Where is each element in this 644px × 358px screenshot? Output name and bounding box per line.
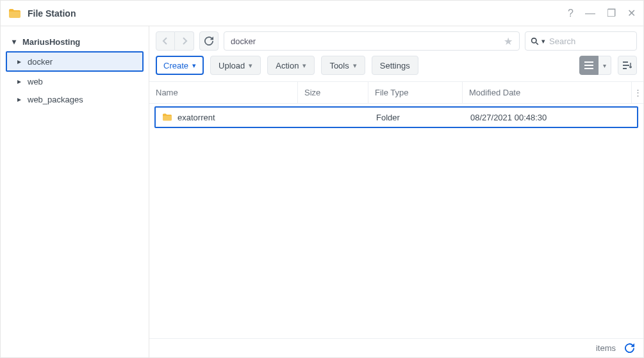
status-refresh-icon[interactable] xyxy=(625,343,634,353)
sidebar-item-label: docker xyxy=(28,57,53,67)
statusbar: items xyxy=(149,338,643,357)
folder-icon xyxy=(162,113,172,122)
column-date[interactable]: Modified Date xyxy=(463,82,632,103)
search-box[interactable]: ▾ xyxy=(525,31,637,51)
path-input[interactable]: docker ★ xyxy=(224,31,520,51)
cell-type: Folder xyxy=(370,113,464,122)
sidebar-item-label: web xyxy=(28,77,43,86)
refresh-button[interactable] xyxy=(199,31,219,51)
pathbar: docker ★ ▾ xyxy=(149,26,643,56)
create-label: Create xyxy=(163,61,188,70)
view-list-button[interactable] xyxy=(579,56,599,75)
caret-down-icon: ▾ xyxy=(249,61,252,70)
caret-down-icon: ▾ xyxy=(192,61,196,70)
sidebar-item-docker[interactable]: ▸ docker xyxy=(7,53,142,70)
nav-back-button[interactable] xyxy=(156,31,175,51)
expander-right-icon[interactable]: ▸ xyxy=(17,77,24,86)
upload-button[interactable]: Upload ▾ xyxy=(210,56,261,75)
search-icon xyxy=(531,37,539,45)
status-items-label: items xyxy=(596,343,616,353)
maximize-icon[interactable]: ❐ xyxy=(607,8,616,19)
sidebar-item-label: web_packages xyxy=(28,95,83,104)
cell-date: 08/27/2021 00:48:30 xyxy=(464,113,637,122)
sidebar-item-web-packages[interactable]: ▸ web_packages xyxy=(1,90,149,108)
tools-button[interactable]: Tools ▾ xyxy=(321,56,365,75)
app-title: File Station xyxy=(28,8,568,19)
tools-label: Tools xyxy=(329,61,349,70)
grid-header: Name Size File Type Modified Date ⋮ xyxy=(149,82,643,104)
view-mode-dropdown[interactable]: ▾ xyxy=(599,56,611,75)
expander-down-icon[interactable]: ▾ xyxy=(12,37,19,46)
help-icon[interactable]: ? xyxy=(568,8,574,19)
body: ▾ MariusHosting ▸ docker ▸ web ▸ web_pac… xyxy=(1,26,643,357)
sidebar-children: ▸ docker ▸ web ▸ web_packages xyxy=(1,51,149,108)
sidebar-item-web[interactable]: ▸ web xyxy=(1,72,149,90)
toolbar: Create ▾ Upload ▾ Action ▾ Tools ▾ Setti… xyxy=(149,56,643,81)
app-folder-icon xyxy=(8,7,21,20)
main: docker ★ ▾ Create ▾ Upload ▾ xyxy=(149,26,643,357)
grid-body: exatorrent Folder 08/27/2021 00:48:30 xyxy=(149,104,643,338)
settings-button[interactable]: Settings xyxy=(372,56,418,75)
expander-right-icon[interactable]: ▸ xyxy=(17,95,24,104)
expander-right-icon[interactable]: ▸ xyxy=(17,57,24,66)
sidebar-root[interactable]: ▾ MariusHosting xyxy=(1,33,149,51)
close-icon[interactable]: ✕ xyxy=(627,8,636,19)
cell-name: exatorrent xyxy=(156,113,299,122)
search-input[interactable] xyxy=(549,37,644,46)
file-station-window: File Station ? — ❐ ✕ ▾ MariusHosting ▸ d… xyxy=(0,0,644,358)
file-row-selected-frame: exatorrent Folder 08/27/2021 00:48:30 xyxy=(154,106,638,128)
sort-button[interactable] xyxy=(618,56,637,75)
nav-group xyxy=(156,31,194,51)
action-label: Action xyxy=(276,61,299,70)
minimize-icon[interactable]: — xyxy=(585,8,595,19)
path-text: docker xyxy=(231,37,504,46)
search-dropdown-icon[interactable]: ▾ xyxy=(541,37,545,45)
settings-label: Settings xyxy=(380,61,410,70)
caret-down-icon: ▾ xyxy=(353,61,357,70)
file-grid: Name Size File Type Modified Date ⋮ xyxy=(149,81,643,338)
column-menu-icon[interactable]: ⋮ xyxy=(632,88,643,97)
window-controls: ? — ❐ ✕ xyxy=(568,8,636,19)
file-name: exatorrent xyxy=(178,113,215,122)
column-name[interactable]: Name xyxy=(149,82,298,103)
titlebar: File Station ? — ❐ ✕ xyxy=(1,1,643,26)
sidebar: ▾ MariusHosting ▸ docker ▸ web ▸ web_pac… xyxy=(1,26,149,357)
file-row[interactable]: exatorrent Folder 08/27/2021 00:48:30 xyxy=(156,108,637,127)
column-type[interactable]: File Type xyxy=(368,82,463,103)
view-mode-group: ▾ xyxy=(579,56,611,75)
favorite-star-icon[interactable]: ★ xyxy=(504,35,513,47)
column-size[interactable]: Size xyxy=(298,82,368,103)
svg-point-0 xyxy=(532,38,536,42)
action-button[interactable]: Action ▾ xyxy=(267,56,315,75)
upload-label: Upload xyxy=(219,61,245,70)
caret-down-icon: ▾ xyxy=(302,61,306,70)
sidebar-item-docker-frame: ▸ docker xyxy=(6,51,144,72)
nav-forward-button[interactable] xyxy=(175,31,194,51)
create-button[interactable]: Create ▾ xyxy=(156,56,204,75)
sidebar-root-label: MariusHosting xyxy=(22,37,80,47)
